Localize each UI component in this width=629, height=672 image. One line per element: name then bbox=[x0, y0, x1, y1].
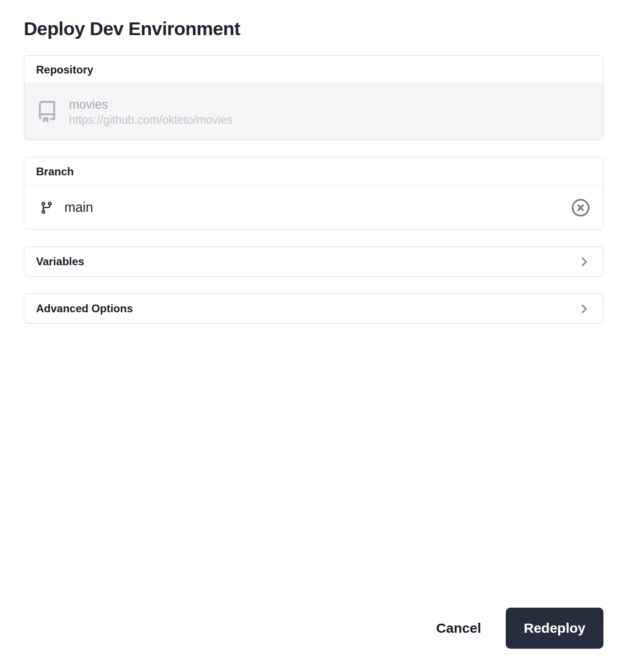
repository-url: https://github.com/okteto/movies bbox=[69, 112, 233, 127]
branch-section: Branch main bbox=[24, 157, 603, 230]
variables-label: Variables bbox=[36, 255, 84, 268]
repository-value: movies https://github.com/okteto/movies bbox=[69, 97, 233, 127]
repository-label: Repository bbox=[36, 63, 93, 76]
chevron-right-icon bbox=[578, 256, 590, 268]
advanced-options-section-toggle[interactable]: Advanced Options bbox=[24, 294, 603, 324]
cancel-button[interactable]: Cancel bbox=[436, 620, 481, 636]
branch-label: Branch bbox=[36, 165, 74, 178]
repository-name: movies bbox=[69, 97, 233, 112]
repository-field-disabled: movies https://github.com/okteto/movies bbox=[24, 84, 603, 140]
repo-book-icon bbox=[36, 101, 58, 123]
repository-section-header: Repository bbox=[24, 56, 603, 84]
branch-selector[interactable]: main bbox=[24, 186, 603, 229]
chevron-right-icon bbox=[578, 303, 590, 315]
x-circle-icon bbox=[571, 198, 590, 217]
branch-value: main bbox=[64, 200, 571, 215]
dialog-actions: Cancel Redeploy bbox=[436, 608, 603, 649]
repository-section: Repository movies https://github.com/okt… bbox=[24, 55, 603, 140]
page-title: Deploy Dev Environment bbox=[24, 18, 603, 40]
advanced-options-label: Advanced Options bbox=[36, 302, 133, 315]
variables-section-toggle[interactable]: Variables bbox=[24, 247, 603, 277]
redeploy-button[interactable]: Redeploy bbox=[506, 608, 603, 649]
git-branch-icon bbox=[40, 201, 53, 215]
deploy-dev-environment-dialog: Deploy Dev Environment Repository movies… bbox=[0, 0, 629, 672]
branch-section-header: Branch bbox=[24, 158, 603, 186]
clear-branch-button[interactable] bbox=[571, 198, 590, 217]
